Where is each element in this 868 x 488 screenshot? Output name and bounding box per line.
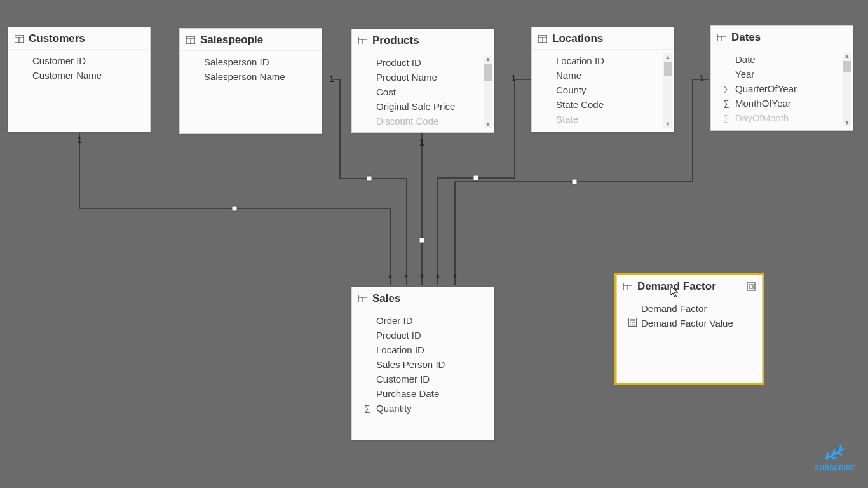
scrollbar[interactable]: ▲ ▼ [843, 52, 851, 126]
table-header[interactable]: Products [352, 29, 494, 51]
svg-rect-0 [367, 176, 372, 181]
table-icon [623, 283, 632, 290]
field-list: ∑Customer ID ∑Customer Name [8, 50, 150, 132]
field-item[interactable]: ∑DayOfMonth [711, 111, 853, 125]
scroll-up-icon[interactable]: ▲ [665, 53, 671, 61]
table-header[interactable]: Sales [352, 287, 494, 309]
table-title: Demand Factor [637, 280, 716, 293]
scrollbar-thumb[interactable] [843, 61, 851, 72]
subscribe-watermark: SUBSCRIBE [815, 444, 855, 471]
field-item[interactable]: ∑Salesperson ID [180, 55, 322, 69]
field-item[interactable]: ∑Year [711, 67, 853, 81]
field-item[interactable]: ∑Sales Person ID [352, 357, 494, 372]
field-item[interactable]: ∑Name [532, 68, 674, 83]
maximize-icon[interactable] [747, 282, 756, 291]
sigma-icon: ∑ [362, 403, 372, 413]
table-products[interactable]: Products ∑Product ID ∑Product Name ∑Cost… [351, 29, 494, 133]
field-list: ∑Order ID ∑Product ID ∑Location ID ∑Sale… [352, 309, 494, 440]
field-list: ∑Date ∑Year ∑QuarterOfYear ∑MonthOfYear … [711, 48, 853, 130]
field-item[interactable]: ∑State [532, 112, 674, 126]
table-header[interactable]: Locations [532, 27, 674, 50]
cardinality-one: 1 [699, 73, 704, 83]
field-list: ∑Demand Factor Demand Factor Value [617, 297, 762, 383]
table-icon [358, 37, 367, 44]
field-item[interactable]: ∑Date [711, 52, 853, 67]
sigma-icon: ∑ [721, 84, 731, 93]
svg-rect-32 [634, 322, 635, 323]
table-title: Products [372, 34, 419, 47]
field-item[interactable]: ∑Purchase Date [352, 386, 494, 401]
scroll-up-icon[interactable]: ▲ [485, 55, 491, 63]
field-item[interactable]: ∑Cost [352, 85, 494, 99]
table-customers[interactable]: Customers ∑Customer ID ∑Customer Name [8, 27, 151, 132]
field-item[interactable]: ∑Demand Factor [617, 301, 762, 316]
table-title: Salespeople [200, 34, 263, 46]
field-list: ∑Salesperson ID ∑Salesperson Name [180, 51, 322, 133]
svg-rect-33 [630, 325, 631, 326]
table-title: Dates [731, 31, 761, 44]
cardinality-one: 1 [77, 135, 82, 145]
field-item[interactable]: ∑Order ID [352, 313, 494, 328]
cardinality-many: * [388, 272, 392, 283]
field-item[interactable]: ∑Original Sale Price [352, 99, 494, 114]
scroll-up-icon[interactable]: ▲ [844, 52, 850, 60]
svg-rect-34 [632, 325, 633, 326]
scrollbar[interactable]: ▲ ▼ [663, 53, 672, 128]
field-item[interactable]: ∑Product Name [352, 70, 494, 85]
svg-rect-30 [630, 322, 631, 323]
svg-rect-4 [419, 238, 424, 243]
table-icon [186, 36, 195, 44]
field-item[interactable]: ∑State Code [532, 97, 674, 112]
table-header[interactable]: Salespeople [180, 29, 322, 51]
scroll-down-icon[interactable]: ▼ [485, 121, 491, 128]
field-item[interactable]: ∑Customer Name [8, 68, 150, 83]
table-sales[interactable]: Sales ∑Order ID ∑Product ID ∑Location ID… [351, 287, 494, 440]
svg-rect-3 [232, 206, 237, 211]
field-item[interactable]: ∑County [532, 83, 674, 97]
cardinality-one: 1 [419, 137, 424, 147]
field-item[interactable]: ∑Location ID [532, 53, 674, 68]
calculator-icon [627, 318, 637, 329]
svg-rect-1 [473, 175, 478, 180]
cardinality-one: 1 [329, 74, 334, 84]
sigma-icon: ∑ [721, 113, 731, 123]
table-icon [358, 295, 367, 302]
field-item[interactable]: ∑Discount Code [352, 114, 494, 128]
field-item[interactable]: ∑Location ID [352, 342, 494, 357]
model-diagram-canvas[interactable]: 1 1 1 1 1 * * * * * Customers ∑Customer … [0, 0, 868, 488]
cardinality-one: 1 [511, 73, 516, 83]
field-item[interactable]: ∑Quantity [352, 401, 494, 416]
field-item[interactable]: ∑Customer ID [352, 372, 494, 386]
table-dates[interactable]: Dates ∑Date ∑Year ∑QuarterOfYear ∑MonthO… [710, 25, 853, 131]
field-item[interactable]: ∑Salesperson Name [180, 69, 322, 84]
field-item[interactable]: ∑QuarterOfYear [711, 81, 853, 96]
svg-rect-29 [630, 319, 635, 321]
svg-rect-2 [572, 179, 577, 184]
field-item[interactable]: ∑Customer ID [8, 53, 150, 68]
table-demand-factor[interactable]: Demand Factor ∑Demand Factor Demand Fact… [616, 274, 763, 383]
field-item[interactable]: ∑MonthOfYear [711, 96, 853, 111]
scrollbar-thumb[interactable] [664, 62, 672, 76]
table-salespeople[interactable]: Salespeople ∑Salesperson ID ∑Salesperson… [179, 28, 322, 134]
svg-rect-27 [749, 285, 753, 288]
scroll-down-icon[interactable]: ▼ [665, 120, 671, 128]
table-header[interactable]: Dates [711, 26, 853, 48]
table-icon [15, 35, 24, 43]
svg-rect-26 [747, 283, 755, 290]
scrollbar[interactable]: ▲ ▼ [484, 55, 492, 128]
sigma-icon: ∑ [721, 98, 731, 108]
table-header[interactable]: Customers [8, 27, 150, 50]
scrollbar-thumb[interactable] [484, 64, 492, 81]
field-list: ∑Product ID ∑Product Name ∑Cost ∑Origina… [352, 51, 494, 132]
table-icon [538, 35, 547, 43]
field-list: ∑Location ID ∑Name ∑County ∑State Code ∑… [532, 50, 674, 132]
table-header[interactable]: Demand Factor [617, 275, 762, 297]
scroll-down-icon[interactable]: ▼ [844, 119, 850, 126]
svg-rect-35 [634, 325, 635, 326]
table-title: Customers [29, 32, 85, 45]
subscribe-label: SUBSCRIBE [815, 464, 855, 471]
field-item[interactable]: ∑Product ID [352, 55, 494, 70]
field-item[interactable]: ∑Product ID [352, 328, 494, 342]
table-locations[interactable]: Locations ∑Location ID ∑Name ∑County ∑St… [531, 27, 674, 132]
field-item[interactable]: Demand Factor Value [617, 316, 762, 330]
